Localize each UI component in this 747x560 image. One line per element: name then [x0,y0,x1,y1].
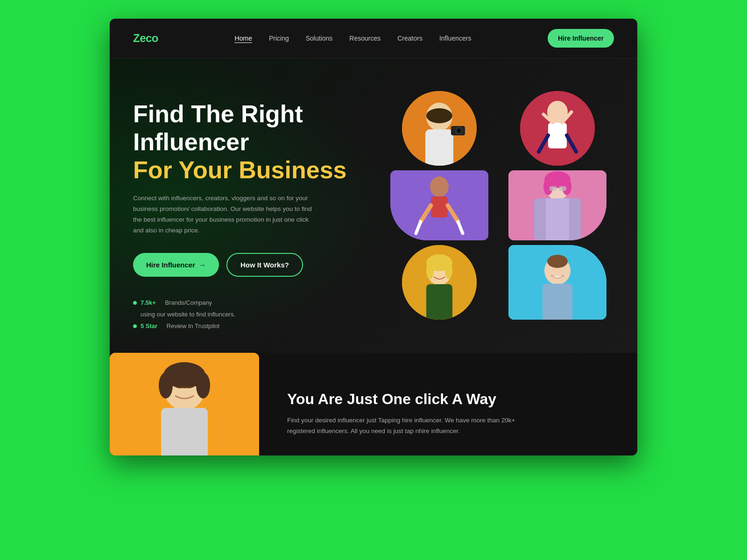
stats-section: 7.5k+ Brands/Company using our website t… [133,299,364,329]
hero-left: Find The Right Influencer For Your Busin… [133,86,364,329]
hero-title-line3: For Your Business [133,156,347,183]
nav-item-solutions[interactable]: Solutions [306,34,333,42]
logo-suffix: co [146,32,158,44]
svg-point-36 [196,372,210,399]
svg-rect-37 [161,408,208,455]
svg-point-3 [426,108,452,123]
nav-item-resources[interactable]: Resources [349,34,381,42]
influencer-image-5 [402,245,477,320]
stat-dot-2 [133,324,137,328]
stat-brands: 7.5k+ Brands/Company [133,299,364,306]
svg-point-25 [426,262,434,279]
influencer-svg-2 [520,91,595,166]
svg-rect-27 [426,284,452,320]
bottom-section: You Are Just One click A Way Find your d… [110,353,637,455]
influencer-image-6 [508,245,606,320]
svg-rect-31 [543,284,572,320]
stat-trustpilot: 5 Star Review In Trustpilot [133,322,364,329]
stat-brands-sub: using our website to find influncers. [141,311,364,318]
svg-point-26 [445,262,452,279]
influencer-svg-1 [402,91,477,166]
bottom-title: You Are Just One click A Way [287,391,614,408]
nav-links: Home Pricing Solutions Resources Creator… [235,34,472,42]
svg-rect-9 [548,123,567,148]
influencer-image-2 [520,91,595,166]
influencer-svg-3 [390,170,488,240]
hero-title-line2: Influencer [133,128,249,155]
nav-item-home[interactable]: Home [235,34,252,42]
influencer-image-1 [402,91,477,166]
nav-item-pricing[interactable]: Pricing [269,34,289,42]
hire-influencer-hero-button[interactable]: Hire Influencer → [133,253,219,277]
hire-influencer-nav-button[interactable]: Hire Influencer [548,29,614,48]
influencer-image-4 [508,170,606,240]
svg-point-35 [159,372,173,399]
stat-dot-1 [133,301,137,305]
logo-prefix: Ze [133,32,146,44]
hero-title-line1: Find The Right [133,100,303,127]
svg-point-30 [547,255,568,268]
hero-buttons: Hire Influencer → How It Works? [133,253,364,277]
svg-point-11 [430,176,449,197]
hero-description: Connect with influencers, creators, vlog… [133,193,320,236]
bottom-text: You Are Just One click A Way Find your d… [287,372,614,455]
nav-item-creators[interactable]: Creators [397,34,423,42]
svg-rect-2 [425,129,453,166]
app-window: Zeco Home Pricing Solutions Resources Cr… [110,19,637,455]
influencer-svg-5 [402,245,477,320]
bottom-image [110,353,259,455]
bottom-description: Find your desired influencer just Tappin… [287,415,530,437]
how-it-works-button[interactable]: How It Works? [226,253,303,277]
hero-section: Find The Right Influencer For Your Busin… [110,58,637,353]
navbar: Zeco Home Pricing Solutions Resources Cr… [110,19,637,58]
nav-item-influencers[interactable]: Influencers [439,34,471,42]
influencer-image-3 [390,170,488,240]
influencer-svg-6 [508,245,606,320]
influencer-svg-4 [508,170,606,240]
svg-rect-21 [546,198,569,240]
svg-rect-18 [550,186,557,191]
logo: Zeco [133,32,158,45]
hero-image-grid [383,86,614,320]
svg-rect-19 [559,186,566,191]
svg-rect-12 [431,196,448,217]
hero-title: Find The Right Influencer For Your Busin… [133,100,364,184]
bottom-person-svg [110,353,259,455]
svg-point-6 [457,128,461,133]
